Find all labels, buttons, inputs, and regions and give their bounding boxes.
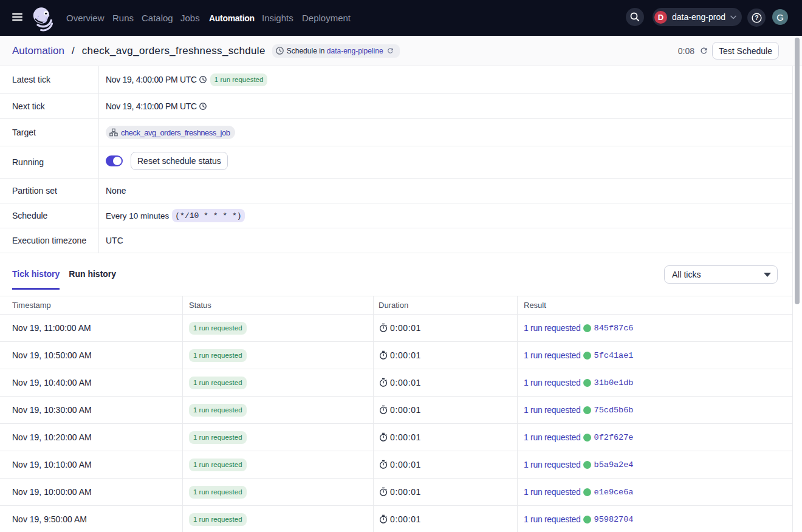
svg-text:?: ? [755, 15, 758, 21]
